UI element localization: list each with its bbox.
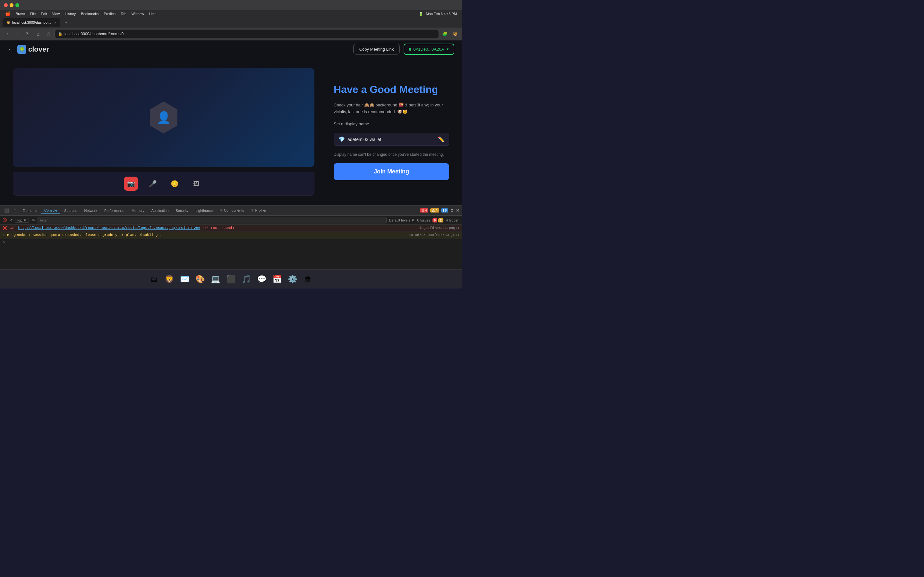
clear-console-icon[interactable]: 🚫 [3,218,7,222]
devtools-tab-console[interactable]: Console [41,207,60,214]
default-levels-selector[interactable]: Default levels ▼ [389,218,415,222]
prompt-symbol: > [3,240,5,245]
devtools-tab-network[interactable]: Network [81,207,100,214]
dock-terminal[interactable]: ⬛ [224,272,238,286]
mic-icon: 🎤 [149,180,157,187]
devtools-tab-profiler[interactable]: ⚛ Profiler [248,207,270,214]
video-controls-bar: 📷 🎤 😊 🖼 [13,172,314,195]
display-name-left: 💎 adetemi03.wallet [338,136,381,142]
toggle-mic-button[interactable]: 🎤 [145,177,160,191]
menu-edit[interactable]: Edit [41,12,47,16]
dock-figma[interactable]: 🎨 [193,272,207,286]
console-content: ❌ GET http://localhost:3000/dashboard/ro… [0,225,462,269]
devtools-tab-security[interactable]: Security [172,207,192,214]
meeting-setup-panel: Have a Good Meeting Check your hair 🙈🙊 b… [334,68,449,195]
browser-toolbar: ‹ › ↻ ⌂ ☆ 🔒 localhost:3000/dashboard/roo… [0,27,462,40]
meeting-title: Have a Good Meeting [334,83,449,95]
close-window-button[interactable] [4,3,8,7]
maximize-window-button[interactable] [15,3,19,7]
dock-spotify[interactable]: 🎵 [239,272,254,286]
warning-source[interactable]: _app-cd7c59cc0fec4530.js:1 [404,233,459,237]
wallet-field-icon: 💎 [338,136,345,142]
apple-menu[interactable]: 🍎 [5,11,11,16]
menu-brave[interactable]: Brave [16,12,25,16]
devtools-tab-performance[interactable]: Performance [101,207,128,214]
devtools-tab-application[interactable]: Application [148,207,172,214]
devtools-tab-memory[interactable]: Memory [128,207,148,214]
menu-view[interactable]: View [52,12,60,16]
new-tab-button[interactable]: + [62,19,70,26]
menu-file[interactable]: File [30,12,36,16]
display-name-field[interactable]: 💎 adetemi03.wallet ✏️ [334,133,449,146]
devtools-tab-elements[interactable]: Elements [19,207,40,214]
dock-calendar[interactable]: 📅 [270,272,284,286]
display-name-label: Set a display name [334,121,449,126]
console-prompt-row: > [0,239,462,246]
back-button[interactable]: ‹ [3,30,11,38]
dock-trash[interactable]: 🗑 [301,272,315,286]
brave-rewards-icon[interactable]: 🦁 [451,30,459,38]
logo-icon: 🍀 [17,45,26,54]
devtools-tab-sources[interactable]: Sources [61,207,80,214]
menu-bookmarks[interactable]: Bookmarks [81,12,99,16]
console-row-warning: ⚠ ►LogRocket: Session quota exceeded. Pl… [0,232,462,239]
dock-vscode[interactable]: 💻 [208,272,223,286]
menu-window[interactable]: Window [132,12,144,16]
dock-settings[interactable]: ⚙️ [286,272,300,286]
devtools-settings-icon[interactable]: ⚙ [450,208,454,213]
error-source[interactable]: logo.fd785a83.png:1 [419,226,459,230]
refresh-button[interactable]: ↻ [24,30,32,38]
issues-label: 8 Issues: 6 2 [417,218,443,222]
warning-count-badge: ⚠ 4 [430,208,439,213]
logo: 🍀 clover [17,45,49,54]
menu-profiles[interactable]: Profiles [103,12,115,16]
devtools-tab-lighthouse[interactable]: Lighthouse [192,207,216,214]
preserve-log-icon[interactable]: ⟳ [10,218,13,222]
home-button[interactable]: ⌂ [34,30,42,38]
title-bar [0,0,462,10]
display-name-value: adetemi03.wallet [347,137,381,142]
toggle-video-button[interactable]: 📷 [124,177,138,191]
menu-history[interactable]: History [65,12,76,16]
active-tab[interactable]: 🦁 localhost:3000/dashboard/rooms/0 ✕ [3,18,60,27]
dock-mail[interactable]: ✉️ [178,272,192,286]
header-right: Copy Meeting Link 0×1De0...0A20A ▼ [353,44,454,55]
wallet-status-dot [409,48,411,51]
browser-chrome: 🍎 Brave File Edit View History Bookmarks… [0,0,462,40]
menu-help[interactable]: Help [149,12,157,16]
minimize-window-button[interactable] [10,3,13,7]
dock-messages[interactable]: 💬 [255,272,269,286]
devtools-dock-icon[interactable]: ⬛ [3,207,10,214]
devtools-panel: ⬛ ⎕ Elements Console Sources Network Per… [0,205,462,269]
menu-bar: 🍎 Brave File Edit View History Bookmarks… [0,10,462,17]
copy-meeting-link-button[interactable]: Copy Meeting Link [353,44,400,55]
error-count-badge: ⊗ 4 [420,208,428,213]
error-icon: ❌ [3,226,7,230]
console-toolbar: 🚫 ⟳ top ▼ 👁 Default levels ▼ 8 Issues: 6… [0,216,462,225]
console-filter-input[interactable] [37,217,386,223]
menu-tab[interactable]: Tab [121,12,126,16]
devtools-close-icon[interactable]: ✕ [456,208,459,213]
dock-brave[interactable]: 🦁 [162,272,176,286]
bookmark-button[interactable]: ☆ [44,30,53,38]
forward-button[interactable]: › [13,30,22,38]
tab-close-button[interactable]: ✕ [54,21,57,24]
devtools-tab-components[interactable]: ⚛ Components [216,207,247,214]
devtools-inspect-icon[interactable]: ⎕ [11,207,19,214]
user-avatar-icon: 👤 [157,111,171,124]
traffic-lights [4,3,19,7]
edit-name-icon[interactable]: ✏️ [438,136,444,142]
wallet-button[interactable]: 0×1De0...0A20A ▼ [404,44,454,55]
toggle-screen-share-button[interactable]: 🖼 [189,177,204,191]
context-selector[interactable]: top ▼ [15,218,29,223]
eye-icon[interactable]: 👁 [31,218,35,222]
extensions-icon[interactable]: 🧩 [441,30,449,38]
toggle-face-effects-button[interactable]: 😊 [168,177,182,191]
address-bar[interactable]: 🔒 localhost:3000/dashboard/rooms/0 [55,30,439,38]
console-row-error: ❌ GET http://localhost:3000/dashboard/ro… [0,225,462,232]
dock-finder[interactable]: 🗂 [147,272,161,286]
error-link[interactable]: http://localhost:3000/dashboard/rooms/_n… [18,226,200,230]
join-meeting-button[interactable]: Join Meeting [334,163,449,180]
back-nav-button[interactable]: ← [8,46,13,53]
name-change-warning: Display name can't be changed once you'v… [334,152,449,157]
